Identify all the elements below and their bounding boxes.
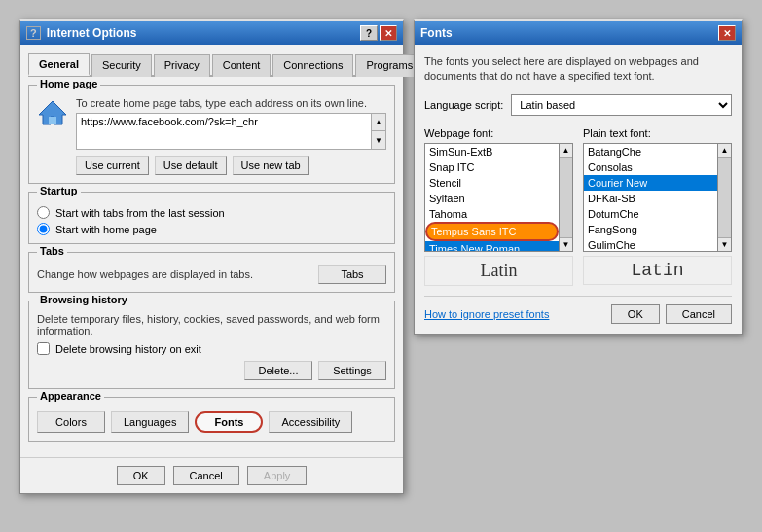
titlebar-buttons: ? ✕ bbox=[360, 25, 397, 41]
home-page-description: To create home page tabs, type each addr… bbox=[76, 97, 386, 109]
appearance-label: Appearance bbox=[37, 390, 104, 402]
delete-button[interactable]: Delete... bbox=[244, 361, 312, 380]
fonts-cancel-button[interactable]: Cancel bbox=[666, 304, 732, 324]
use-new-tab-button[interactable]: Use new tab bbox=[233, 156, 309, 175]
plain-text-font-label: Plain text font: bbox=[583, 127, 732, 139]
browsing-history-section: Browsing history Delete temporary files,… bbox=[28, 301, 395, 389]
webpage-font-item-2[interactable]: Stencil bbox=[425, 175, 559, 191]
help-title-btn[interactable]: ? bbox=[360, 25, 378, 41]
startup-label: Startup bbox=[37, 185, 81, 196]
internet-options-dialog: ? Internet Options ? ✕ General Security … bbox=[19, 19, 404, 494]
webpage-scroll-down[interactable]: ▼ bbox=[560, 237, 572, 251]
tabs-button[interactable]: Tabs bbox=[318, 265, 386, 284]
font-columns: Webpage font: SimSun-ExtB Snap ITC Stenc… bbox=[424, 127, 732, 286]
plain-scroll-down[interactable]: ▼ bbox=[718, 237, 731, 251]
use-current-button[interactable]: Use current bbox=[76, 156, 149, 175]
webpage-font-column: Webpage font: SimSun-ExtB Snap ITC Stenc… bbox=[424, 127, 573, 286]
svg-rect-1 bbox=[49, 117, 56, 124]
tab-connections[interactable]: Connections bbox=[272, 54, 353, 77]
plain-font-item-2[interactable]: Courier New bbox=[584, 175, 717, 191]
startup-radio-group: Start with tabs from the last session St… bbox=[37, 206, 386, 235]
startup-section: Startup Start with tabs from the last se… bbox=[28, 192, 395, 244]
fonts-title: Fonts bbox=[420, 26, 453, 40]
startup-radio2[interactable] bbox=[37, 223, 50, 235]
home-page-label: Home page bbox=[37, 78, 100, 89]
webpage-font-listbox[interactable]: SimSun-ExtB Snap ITC Stencil Sylfaen Tah… bbox=[425, 144, 559, 251]
fonts-close-button[interactable]: ✕ bbox=[718, 25, 736, 41]
language-script-label: Language script: bbox=[424, 99, 503, 111]
webpage-font-item-6[interactable]: Times New Roman bbox=[425, 241, 559, 251]
fonts-ok-button[interactable]: OK bbox=[611, 304, 660, 324]
webpage-font-preview: Latin bbox=[424, 256, 573, 286]
use-default-button[interactable]: Use default bbox=[155, 156, 227, 175]
home-page-buttons: Use current Use default Use new tab bbox=[76, 156, 386, 175]
ok-button[interactable]: OK bbox=[117, 466, 165, 485]
dialog-content: General Security Privacy Content Connect… bbox=[20, 45, 403, 457]
tabs-section-content: Change how webpages are displayed in tab… bbox=[37, 265, 386, 284]
fonts-titlebar-buttons: ✕ bbox=[718, 25, 736, 41]
dialog-footer: OK Cancel Apply bbox=[20, 457, 403, 493]
plain-scroll-thumb bbox=[718, 158, 731, 237]
plain-font-listbox-wrapper: BatangChe Consolas Courier New DFKai-SB … bbox=[583, 143, 732, 252]
language-script-dropdown[interactable]: Latin based bbox=[511, 94, 732, 116]
fonts-button[interactable]: Fonts bbox=[195, 411, 263, 433]
languages-button[interactable]: Languages bbox=[111, 411, 189, 433]
house-icon bbox=[37, 97, 68, 128]
colors-button[interactable]: Colors bbox=[37, 411, 105, 433]
plain-font-listbox[interactable]: BatangChe Consolas Courier New DFKai-SB … bbox=[584, 144, 717, 251]
webpage-font-item-1[interactable]: Snap ITC bbox=[425, 160, 559, 175]
cancel-button[interactable]: Cancel bbox=[173, 466, 239, 485]
plain-font-item-6[interactable]: GulimChe bbox=[584, 237, 717, 251]
plain-font-preview: Latin bbox=[583, 256, 732, 285]
plain-font-item-3[interactable]: DFKai-SB bbox=[584, 191, 717, 206]
scroll-down-btn[interactable]: ▼ bbox=[372, 131, 385, 149]
tab-general[interactable]: General bbox=[28, 53, 90, 76]
apply-button[interactable]: Apply bbox=[247, 466, 308, 485]
appearance-buttons: Colors Languages Fonts Accessibility bbox=[37, 411, 386, 433]
help-icon[interactable]: ? bbox=[26, 26, 41, 40]
home-page-section: Home page To create home page tabs, type… bbox=[28, 85, 395, 184]
delete-on-exit-label: Delete browsing history on exit bbox=[55, 343, 201, 355]
plain-font-item-0[interactable]: BatangChe bbox=[584, 144, 717, 160]
webpage-font-item-3[interactable]: Sylfaen bbox=[425, 191, 559, 206]
plain-font-item-5[interactable]: FangSong bbox=[584, 222, 717, 237]
startup-option1[interactable]: Start with tabs from the last session bbox=[37, 206, 386, 219]
home-page-input[interactable] bbox=[77, 114, 371, 149]
webpage-scroll-up[interactable]: ▲ bbox=[560, 144, 572, 158]
startup-option2[interactable]: Start with home page bbox=[37, 223, 386, 235]
webpage-font-label: Webpage font: bbox=[424, 127, 573, 139]
tabs-section: Tabs Change how webpages are displayed i… bbox=[28, 252, 395, 293]
webpage-font-item-4[interactable]: Tahoma bbox=[425, 206, 559, 222]
home-page-right: To create home page tabs, type each addr… bbox=[76, 97, 386, 175]
plain-font-item-4[interactable]: DotumChe bbox=[584, 206, 717, 222]
tab-security[interactable]: Security bbox=[91, 54, 152, 77]
tab-privacy[interactable]: Privacy bbox=[154, 54, 210, 77]
settings-button[interactable]: Settings bbox=[318, 361, 386, 380]
delete-on-exit-checkbox[interactable] bbox=[37, 342, 50, 355]
webpage-font-item-5[interactable]: Tempus Sans ITC bbox=[425, 222, 559, 241]
plain-scrollbar: ▲ ▼ bbox=[717, 144, 731, 251]
appearance-section: Appearance Colors Languages Fonts Access… bbox=[28, 397, 395, 442]
browsing-history-label: Browsing history bbox=[37, 294, 130, 305]
fonts-titlebar: Fonts ✕ bbox=[415, 21, 742, 45]
ignore-preset-fonts-link[interactable]: How to ignore preset fonts bbox=[424, 308, 549, 320]
webpage-font-item-0[interactable]: SimSun-ExtB bbox=[425, 144, 559, 160]
fonts-description: The fonts you select here are displayed … bbox=[424, 54, 732, 85]
startup-radio1[interactable] bbox=[37, 206, 50, 219]
plain-scroll-up[interactable]: ▲ bbox=[718, 144, 731, 158]
webpage-scrollbar: ▲ ▼ bbox=[559, 144, 572, 251]
startup-option2-label: Start with home page bbox=[55, 224, 157, 235]
plain-font-item-1[interactable]: Consolas bbox=[584, 160, 717, 175]
history-buttons: Delete... Settings bbox=[37, 361, 386, 380]
close-button[interactable]: ✕ bbox=[380, 25, 397, 41]
accessibility-button[interactable]: Accessibility bbox=[269, 411, 352, 433]
scroll-up-btn[interactable]: ▲ bbox=[372, 114, 385, 131]
internet-options-titlebar: ? Internet Options ? ✕ bbox=[20, 21, 403, 45]
language-script-row: Language script: Latin based bbox=[424, 94, 732, 116]
webpage-scroll-thumb bbox=[560, 158, 572, 237]
tab-content[interactable]: Content bbox=[212, 54, 272, 77]
tabs-section-label: Tabs bbox=[37, 245, 67, 257]
plain-text-font-column: Plain text font: BatangChe Consolas Cour… bbox=[583, 127, 732, 286]
delete-on-exit-checkbox-row[interactable]: Delete browsing history on exit bbox=[37, 342, 386, 355]
home-page-input-wrapper: ▲ ▼ bbox=[76, 113, 386, 150]
